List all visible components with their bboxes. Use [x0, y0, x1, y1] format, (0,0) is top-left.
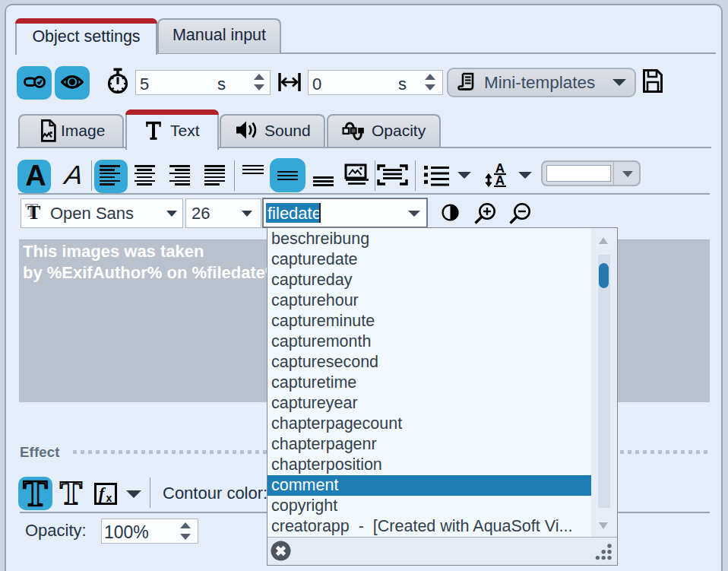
svg-text:f: f: [99, 484, 106, 503]
svg-text:x: x: [106, 492, 112, 504]
svg-text:A: A: [495, 173, 505, 187]
